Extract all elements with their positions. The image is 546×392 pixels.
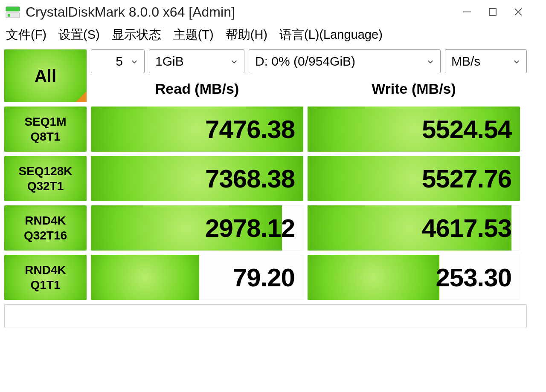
close-button[interactable] <box>505 3 531 21</box>
drive-select[interactable]: D: 0% (0/954GiB) <box>249 49 441 73</box>
menu-theme[interactable]: 主题(T) <box>173 26 214 43</box>
test-size-select[interactable]: 1GiB <box>149 49 244 73</box>
titlebar: CrystalDiskMark 8.0.0 x64 [Admin] <box>0 0 531 24</box>
read-score: 7368.38 <box>91 156 303 201</box>
controls-row: All 5 1GiB D: 0% (0/954GiB) <box>4 49 527 102</box>
chevron-down-icon <box>513 54 520 69</box>
status-row <box>4 304 527 328</box>
chevron-down-icon <box>427 54 434 69</box>
read-score: 7476.38 <box>91 107 303 152</box>
minimize-icon <box>462 6 473 17</box>
test-row: SEQ128KQ32T17368.385527.76 <box>4 156 527 201</box>
column-headers: Read (MB/s) Write (MB/s) <box>91 77 527 101</box>
test-row: SEQ1MQ8T17476.385524.54 <box>4 107 527 152</box>
write-score: 5524.54 <box>308 107 520 152</box>
controls-right: 5 1GiB D: 0% (0/954GiB) MB/s <box>91 49 527 102</box>
chevron-down-icon <box>131 54 138 69</box>
svg-rect-2 <box>8 14 10 17</box>
unit-select[interactable]: MB/s <box>445 49 527 73</box>
drive-value: D: 0% (0/954GiB) <box>255 54 355 69</box>
test-button-3[interactable]: RND4KQ1T1 <box>4 255 87 300</box>
test-button-1[interactable]: SEQ128KQ32T1 <box>4 156 87 201</box>
header-read: Read (MB/s) <box>91 77 303 101</box>
read-score: 79.20 <box>91 255 303 300</box>
menu-file[interactable]: 文件(F) <box>6 26 46 43</box>
test-label-line1: RND4K <box>25 213 66 228</box>
test-count-value: 5 <box>116 54 123 69</box>
read-value: 7368.38 <box>205 164 295 193</box>
unit-value: MB/s <box>451 54 480 69</box>
chevron-down-icon <box>230 54 238 69</box>
window-title: CrystalDiskMark 8.0.0 x64 [Admin] <box>26 4 454 20</box>
write-score: 253.30 <box>308 255 520 300</box>
read-value: 2978.12 <box>205 213 295 243</box>
results-grid: All 5 1GiB D: 0% (0/954GiB) <box>0 49 531 337</box>
window-controls <box>454 3 531 21</box>
app-icon <box>5 4 20 20</box>
test-count-select[interactable]: 5 <box>91 49 145 73</box>
write-value: 5524.54 <box>422 115 511 144</box>
test-label-line2: Q1T1 <box>30 277 60 292</box>
test-button-0[interactable]: SEQ1MQ8T1 <box>4 107 87 152</box>
close-icon <box>513 6 524 17</box>
maximize-button[interactable] <box>480 3 505 21</box>
read-value: 7476.38 <box>205 115 295 144</box>
dropdowns: 5 1GiB D: 0% (0/954GiB) MB/s <box>91 49 527 73</box>
menu-settings[interactable]: 设置(S) <box>58 26 100 43</box>
write-score: 4617.53 <box>308 205 520 251</box>
test-label-line1: RND4K <box>25 262 66 277</box>
write-score: 5527.76 <box>308 156 520 201</box>
status-bar <box>4 304 527 328</box>
header-write: Write (MB/s) <box>308 77 520 101</box>
svg-rect-4 <box>489 9 496 15</box>
test-button-2[interactable]: RND4KQ32T16 <box>4 205 87 251</box>
test-row: RND4KQ1T179.20253.30 <box>4 255 527 300</box>
run-all-button[interactable]: All <box>4 49 87 102</box>
read-value: 79.20 <box>233 263 295 292</box>
test-label-line2: Q32T16 <box>24 228 67 243</box>
write-fill <box>308 255 439 300</box>
read-score: 2978.12 <box>91 205 303 251</box>
menubar: 文件(F) 设置(S) 显示状态 主题(T) 帮助(H) 语言(L)(Langu… <box>0 24 531 49</box>
menu-language[interactable]: 语言(L)(Language) <box>279 26 383 43</box>
write-value: 5527.76 <box>422 164 511 193</box>
write-value: 4617.53 <box>422 213 511 243</box>
read-fill <box>91 255 199 300</box>
test-size-value: 1GiB <box>155 54 184 69</box>
test-label-line2: Q32T1 <box>27 179 64 193</box>
menu-display[interactable]: 显示状态 <box>112 26 161 43</box>
maximize-icon <box>488 7 497 17</box>
app-window: CrystalDiskMark 8.0.0 x64 [Admin] 文件(F) … <box>0 0 531 337</box>
test-label-line1: SEQ128K <box>18 164 72 179</box>
menu-help[interactable]: 帮助(H) <box>226 26 267 43</box>
write-value: 253.30 <box>436 263 511 292</box>
test-label-line1: SEQ1M <box>24 114 66 129</box>
test-label-line2: Q8T1 <box>30 129 60 144</box>
minimize-button[interactable] <box>454 3 480 21</box>
test-row: RND4KQ32T162978.124617.53 <box>4 205 527 251</box>
svg-rect-0 <box>6 7 20 11</box>
run-all-label: All <box>35 66 56 86</box>
